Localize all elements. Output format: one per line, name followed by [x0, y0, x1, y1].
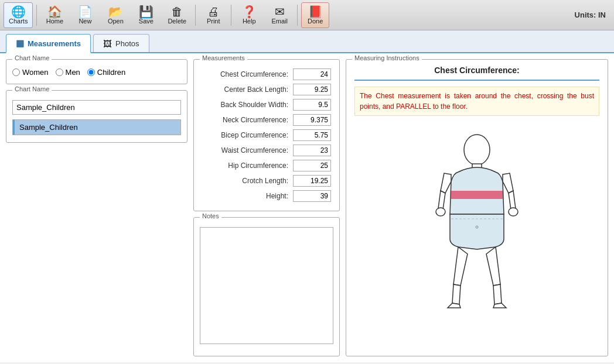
- open-button[interactable]: 📂 Open: [101, 2, 129, 28]
- measurement-label: Chest Circumference:: [200, 67, 291, 82]
- radio-children[interactable]: Children: [87, 68, 125, 77]
- tab-photos[interactable]: 🖼 Photos: [93, 34, 149, 52]
- measurement-input[interactable]: [293, 145, 331, 156]
- chart-list-item[interactable]: Sample_Children: [13, 120, 180, 135]
- radio-children-label: Children: [97, 68, 125, 77]
- measurement-value-cell: [291, 97, 333, 112]
- measurement-input[interactable]: [293, 68, 331, 80]
- print-icon: 🖨: [207, 6, 219, 18]
- measurement-row: Bicep Circumference:: [200, 128, 333, 143]
- units-label: Units: IN: [575, 11, 610, 19]
- charts-label: Charts: [9, 18, 28, 25]
- help-icon: ❓: [242, 6, 257, 18]
- svg-point-2: [436, 208, 445, 216]
- measurement-label: Waist Circumference:: [200, 143, 291, 158]
- done-icon: 📕: [308, 6, 323, 18]
- home-button[interactable]: 🏠 Home: [40, 2, 69, 28]
- help-button[interactable]: ❓ Help: [235, 2, 263, 28]
- measurement-label: Bicep Circumference:: [200, 128, 291, 143]
- separator-4: [297, 5, 298, 26]
- chart-name-section: Chart Name Sample_Children: [6, 90, 187, 143]
- notes-legend: Notes: [200, 212, 221, 219]
- measurements-tab-label: Measurements: [28, 39, 81, 48]
- chart-name-input[interactable]: [12, 100, 181, 115]
- svg-point-0: [464, 135, 490, 165]
- save-icon: 💾: [139, 6, 154, 18]
- chart-type-section: Chart Name Women Men Children: [6, 59, 187, 84]
- measurement-value-cell: [291, 173, 333, 188]
- chart-type-legend: Chart Name: [12, 54, 52, 61]
- measurement-row: Height:: [200, 188, 333, 204]
- separator-2: [195, 5, 196, 26]
- measurement-input[interactable]: [293, 84, 331, 95]
- radio-men[interactable]: Men: [56, 68, 80, 77]
- instruction-text: The Chest measurement is taken around th…: [354, 87, 599, 116]
- measurement-label: Height:: [200, 188, 291, 204]
- measurement-input[interactable]: [293, 175, 331, 187]
- measurement-value-cell: [291, 128, 333, 143]
- measurement-label: Neck Circumference:: [200, 112, 291, 128]
- measurement-input[interactable]: [293, 99, 331, 111]
- measurements-tab-icon: ▦: [16, 38, 24, 49]
- measurement-value-cell: [291, 143, 333, 158]
- measurements-box: Measurements Chest Circumference: Center…: [193, 59, 340, 211]
- measurement-value-cell: [291, 112, 333, 128]
- measurement-label: Center Back Length:: [200, 82, 291, 97]
- measurements-table: Chest Circumference: Center Back Length:…: [200, 67, 333, 204]
- measurement-input[interactable]: [293, 114, 331, 126]
- measurement-value-cell: [291, 158, 333, 173]
- measurement-value-cell: [291, 188, 333, 204]
- print-label: Print: [207, 18, 220, 25]
- delete-label: Delete: [168, 18, 186, 25]
- chart-list: Sample_Children: [12, 119, 181, 135]
- body-figure-svg: [418, 128, 535, 315]
- email-icon: ✉: [275, 6, 285, 18]
- done-button[interactable]: 📕 Done: [301, 2, 329, 28]
- measurement-row: Crotch Length:: [200, 173, 333, 188]
- photos-tab-icon: 🖼: [103, 39, 112, 49]
- measurement-input[interactable]: [293, 190, 331, 202]
- delete-button[interactable]: 🗑 Delete: [162, 2, 192, 28]
- right-panel: Measuring Instructions Chest Circumferen…: [346, 59, 608, 356]
- radio-women-input[interactable]: [12, 68, 20, 76]
- separator-3: [231, 5, 231, 26]
- radio-children-input[interactable]: [87, 68, 95, 76]
- radio-women-label: Women: [22, 68, 49, 77]
- print-button[interactable]: 🖨 Print: [199, 2, 227, 28]
- measurement-value-cell: [291, 82, 333, 97]
- new-button[interactable]: 📄 New: [71, 2, 99, 28]
- notes-textarea[interactable]: [200, 227, 333, 344]
- photos-tab-label: Photos: [115, 39, 139, 48]
- separator-1: [36, 5, 37, 26]
- measurement-row: Hip Circumference:: [200, 158, 333, 173]
- measurement-label: Hip Circumference:: [200, 158, 291, 173]
- measurement-row: Waist Circumference:: [200, 143, 333, 158]
- measurement-row: Back Shoulder Width:: [200, 97, 333, 112]
- left-panel: Chart Name Women Men Children Chart Name: [6, 59, 187, 356]
- instruction-divider: [354, 80, 599, 81]
- measuring-legend: Measuring Instructions: [352, 54, 422, 61]
- home-icon: 🏠: [47, 6, 62, 18]
- radio-men-input[interactable]: [56, 68, 63, 76]
- home-label: Home: [46, 18, 63, 25]
- svg-point-3: [509, 208, 518, 216]
- save-button[interactable]: 💾 Save: [132, 2, 160, 28]
- charts-button[interactable]: 🌐 Charts: [4, 2, 33, 28]
- new-icon: 📄: [78, 6, 93, 18]
- instruction-title: Chest Circumference:: [354, 66, 599, 75]
- measurement-input[interactable]: [293, 129, 331, 141]
- email-button[interactable]: ✉ Email: [265, 2, 294, 28]
- tab-measurements[interactable]: ▦ Measurements: [6, 34, 91, 53]
- main-content: Chart Name Women Men Children Chart Name: [0, 53, 614, 362]
- figure-container: [354, 122, 599, 321]
- chart-name-legend: Chart Name: [12, 85, 52, 92]
- measurement-row: Neck Circumference:: [200, 112, 333, 128]
- toolbar: 🌐 Charts 🏠 Home 📄 New 📂 Open 💾 Save 🗑 De…: [0, 0, 614, 30]
- radio-women[interactable]: Women: [12, 68, 49, 77]
- measurement-row: Chest Circumference:: [200, 67, 333, 82]
- delete-icon: 🗑: [171, 6, 183, 18]
- tabs-bar: ▦ Measurements 🖼 Photos: [0, 30, 614, 53]
- chart-type-radios: Women Men Children: [12, 68, 181, 77]
- measurement-input[interactable]: [293, 160, 331, 171]
- measurement-row: Center Back Length:: [200, 82, 333, 97]
